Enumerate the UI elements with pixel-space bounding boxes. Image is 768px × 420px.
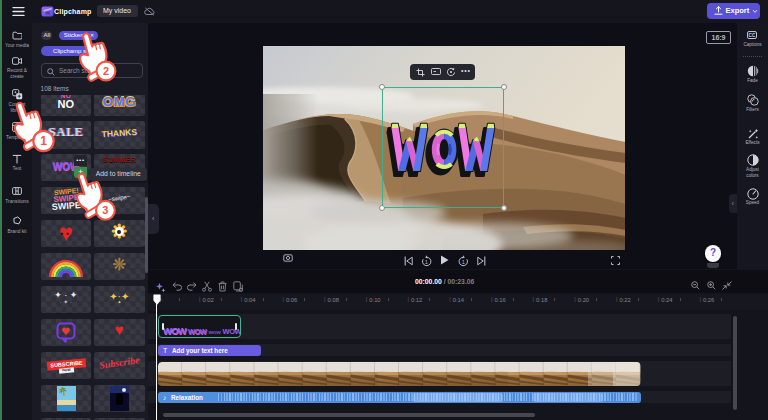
svg-text:1: 1: [424, 259, 427, 265]
svg-text:CC: CC: [749, 33, 756, 38]
svg-text:1: 1: [461, 259, 464, 265]
